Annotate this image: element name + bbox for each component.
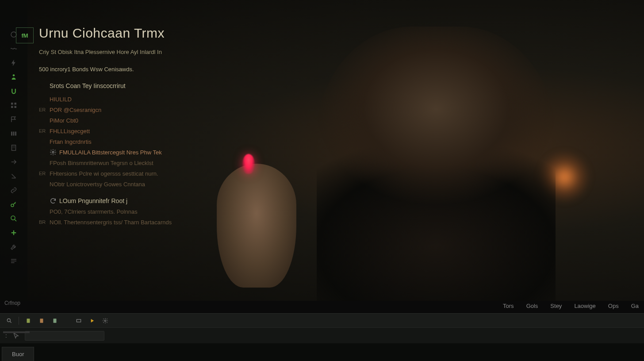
list-item[interactable]: HIULILD <box>39 94 393 104</box>
svg-point-13 <box>7 319 10 322</box>
toolbar-rect-button[interactable] <box>73 315 84 326</box>
input-prompt: : <box>5 332 7 339</box>
row-label: FHLLLisgecgett <box>50 128 90 134</box>
toolbar-search-button[interactable] <box>4 315 15 326</box>
right-tabs: Tors Gols Stey Laowige Ops Ga <box>503 299 644 312</box>
row-label: PiMor Cbt0 <box>50 117 78 124</box>
svg-rect-7 <box>13 132 15 136</box>
section-2-header: LOum Pngunnitefr Root j <box>59 197 127 204</box>
sidebar-icon-plus[interactable] <box>0 226 27 240</box>
page-line2: 500 incrory1 Bonds Wsw Cenisawds. <box>39 66 393 73</box>
svg-point-1 <box>13 74 15 77</box>
sidebar-icon-person[interactable] <box>0 70 27 84</box>
list-item[interactable]: NObtr Lonictrovertsy Gowes Cnntana <box>39 179 393 189</box>
bottom-tab-bar: Buor <box>0 343 644 361</box>
sidebar-icon-bolt[interactable] <box>0 56 27 70</box>
sidebar-icon-angle[interactable] <box>0 169 27 183</box>
toolbar-doc1-button[interactable] <box>23 315 34 326</box>
section-1-header: Srots Coan Tey Iinscocrrirut <box>39 82 393 89</box>
row-label: Frtan Ingcrdnrtis <box>50 138 92 145</box>
svg-rect-4 <box>11 106 13 108</box>
row-label: FHtersions Pclre wi ogersss sestticat nu… <box>50 170 158 177</box>
row-label: FPosh Binsmnritterwun Tegrsn o Llecklst <box>50 160 153 166</box>
list-item[interactable]: ERFHtersions Pclre wi ogersss sestticat … <box>39 168 393 179</box>
tab-tors[interactable]: Tors <box>503 303 514 309</box>
list-item[interactable]: PO0, 7Clrriers starrmerts. Polnnas <box>39 206 393 217</box>
row-label: FMULLAILA Bittstercegslt Nres Phw Tek <box>59 149 162 156</box>
row-prefix: ER <box>39 107 50 112</box>
page-subtitle: Criy St Obisk Itna Plessernive Hore Ayl … <box>39 49 393 55</box>
sidebar-icon-wave[interactable] <box>0 42 27 56</box>
list-item[interactable]: PiMor Cbt0 <box>39 115 393 126</box>
list-item[interactable]: FPosh Binsmnritterwun Tegrsn o Llecklst <box>39 157 393 168</box>
tab-laowige[interactable]: Laowige <box>574 303 595 309</box>
list-item[interactable]: Frtan Ingcrdnrtis <box>39 136 393 147</box>
svg-rect-3 <box>15 103 17 105</box>
sidebar-icon-key[interactable] <box>0 197 27 211</box>
section-2-header-row[interactable]: LOum Pngunnitefr Root j <box>39 196 393 206</box>
sidebar-icon-wrench[interactable] <box>0 240 27 254</box>
input-slider[interactable] <box>3 331 30 333</box>
toolbar-gear-button[interactable] <box>100 315 111 326</box>
svg-point-12 <box>52 151 54 153</box>
tab-ops[interactable]: Ops <box>608 303 619 309</box>
tab-ga[interactable]: Ga <box>631 303 639 309</box>
row-label: POR @Csesranigcn <box>50 107 101 113</box>
toolbar-separator <box>19 317 19 325</box>
row-label: PO0, 7Clrriers starrmerts. Polnnas <box>50 208 138 215</box>
row-prefix: BR <box>39 219 50 225</box>
app-logo: fM <box>16 27 34 43</box>
sidebar-icon-arrow[interactable] <box>0 155 27 169</box>
tab-gols[interactable]: Gols <box>526 303 538 309</box>
row-label: NOll. Thertennsentergris tss/ Tharn Bart… <box>50 219 172 226</box>
svg-rect-8 <box>15 132 16 136</box>
section-1: Srots Coan Tey Iinscocrrirut HIULILD ERP… <box>39 82 393 189</box>
tab-stey[interactable]: Stey <box>550 303 562 309</box>
refresh-icon <box>50 197 57 204</box>
list-item[interactable]: ERFHLLLisgecgett <box>39 126 393 136</box>
page-title: Urnu Ciohcaan Trmx <box>39 26 393 41</box>
sidebar-icon-link[interactable] <box>0 183 27 197</box>
svg-rect-17 <box>77 319 80 322</box>
list-item[interactable]: ERPOR @Csesranigcn <box>39 104 393 115</box>
command-input[interactable] <box>25 331 104 341</box>
sidebar-icon-lines[interactable] <box>0 254 27 268</box>
sidebar <box>0 0 27 301</box>
sidebar-icon-flag[interactable] <box>0 112 27 127</box>
sidebar-icon-columns[interactable] <box>0 127 27 141</box>
gear-icon <box>50 149 57 156</box>
row-prefix: ER <box>39 171 50 176</box>
list-item[interactable]: BRNOll. Thertennsentergris tss/ Tharn Ba… <box>39 217 393 227</box>
sidebar-icon-u-shape[interactable] <box>0 84 27 98</box>
row-label: NObtr Lonictrovertsy Gowes Cnntana <box>50 181 145 188</box>
svg-point-11 <box>11 216 15 220</box>
row-label: HIULILD <box>50 96 72 103</box>
status-label: Crfnop <box>4 300 20 306</box>
sidebar-icon-search[interactable] <box>0 211 27 226</box>
bottom-tab-buor[interactable]: Buor <box>2 347 34 361</box>
sidebar-icon-grid[interactable] <box>0 98 27 112</box>
content-panel: Urnu Ciohcaan Trmx Criy St Obisk Itna Pl… <box>39 26 393 234</box>
svg-rect-14 <box>27 319 30 323</box>
sidebar-icon-building[interactable] <box>0 141 27 155</box>
svg-point-10 <box>11 204 14 207</box>
input-bar: : <box>0 327 644 343</box>
svg-rect-9 <box>12 145 16 150</box>
svg-rect-16 <box>54 319 57 323</box>
row-prefix: ER <box>39 128 50 134</box>
section-2: LOum Pngunnitefr Root j PO0, 7Clrriers s… <box>39 196 393 227</box>
svg-rect-5 <box>15 106 17 108</box>
svg-rect-2 <box>11 103 13 105</box>
toolbar-doc2-button[interactable] <box>36 315 47 326</box>
svg-rect-15 <box>40 319 43 323</box>
toolbar-doc3-button[interactable] <box>49 315 61 326</box>
svg-rect-6 <box>11 132 12 136</box>
toolbar-play-button[interactable] <box>86 315 98 326</box>
list-item[interactable]: FMULLAILA Bittstercegslt Nres Phw Tek <box>39 147 393 157</box>
svg-point-18 <box>104 320 106 322</box>
toolbar <box>0 313 644 327</box>
